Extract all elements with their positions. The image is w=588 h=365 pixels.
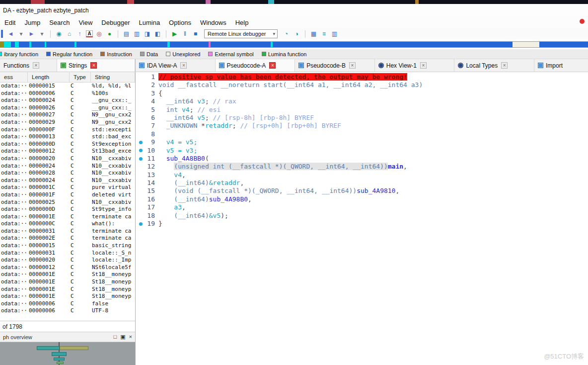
table-row[interactable]: odata:···00000025CN10__cxxabiv [0, 199, 135, 206]
start-process-icon[interactable]: ▶ [170, 30, 179, 38]
breakpoint-gutter[interactable] [136, 106, 146, 114]
column-header-string[interactable]: String [91, 72, 135, 82]
breakpoint-gutter[interactable] [136, 155, 146, 163]
table-row[interactable]: odata:···0000000DCSt9exception [0, 141, 135, 148]
table-row[interactable]: odata:···0000001ECSt18__moneyp [0, 271, 135, 278]
breakpoint-icon[interactable] [139, 157, 143, 161]
code-line[interactable]: 1// positive sp value has been detected,… [136, 73, 588, 81]
table-row[interactable]: odata:···0000000FCstd::excepti [0, 126, 135, 134]
tab-functions[interactable]: Functions× [0, 59, 57, 72]
code-line[interactable]: 16 (__int64)sub_4A98B0, [136, 195, 588, 203]
breakpoint-gutter[interactable] [136, 171, 146, 179]
jump-target-icon[interactable]: ◉ [55, 30, 63, 38]
open-windows-icon[interactable]: ▦ [309, 30, 318, 38]
table-row[interactable]: odata:···0000001ECSt18__moneyp [0, 278, 135, 286]
menu-lumina[interactable]: Lumina [134, 17, 164, 28]
breakpoint-gutter[interactable] [136, 73, 146, 81]
table-row[interactable]: odata:···00000024CN10__cxxabiv [0, 177, 135, 184]
table-row[interactable]: odata:···00000006C%100s [0, 90, 135, 97]
close-icon[interactable]: × [33, 62, 39, 69]
menu-debugger[interactable]: Debugger [97, 17, 134, 28]
lumina-icon[interactable]: ● [105, 30, 114, 38]
close-icon[interactable]: × [420, 62, 427, 69]
breakpoint-gutter[interactable] [136, 130, 146, 138]
column-header-length[interactable]: Length [28, 72, 70, 82]
debugger-select[interactable]: Remote Linux debugger ▾ [204, 29, 278, 38]
menu-view[interactable]: View [74, 17, 97, 28]
menu-edit[interactable]: Edit [0, 17, 20, 28]
code-line[interactable]: 6 __int64 v5; // [rsp-8h] [rbp-8h] BYREF [136, 114, 588, 122]
table-row[interactable]: odata:···00000015C%ld, %ld, %l [0, 83, 135, 90]
table-row[interactable]: odata:···0000001ECSt18__moneyp [0, 293, 135, 300]
maximize-icon[interactable]: □ [114, 334, 117, 340]
title-bar[interactable]: DA - ezbyte_patch ezbyte_patch [0, 4, 588, 16]
color-target-icon[interactable]: ◎ [95, 30, 103, 38]
breakpoint-gutter[interactable] [136, 203, 146, 211]
tab-pseudocode-a[interactable]: Pseudocode-A× [216, 59, 295, 72]
column-header-type[interactable]: Type [70, 72, 91, 82]
menu-help[interactable]: Help [231, 17, 253, 28]
breakpoint-icon[interactable] [139, 149, 143, 152]
breakpoint-gutter[interactable] [136, 138, 146, 146]
graph-overview-body[interactable] [0, 342, 135, 365]
code-line[interactable]: 14 (__int64)&retaddr, [136, 179, 588, 187]
tab-local-types[interactable]: Local Types× [454, 59, 534, 72]
menu-windows[interactable]: Windows [196, 17, 231, 28]
table-row[interactable]: odata:···00000015Cbasic_string [0, 242, 135, 250]
code-line[interactable]: 9 v4 = v5; [136, 138, 588, 146]
table-row[interactable]: odata:···00000024CN10__cxxabiv [0, 163, 135, 170]
close-icon[interactable]: × [129, 334, 132, 340]
table-row[interactable]: odata:···00000028CN10__cxxabiv [0, 170, 135, 177]
table-row[interactable]: odata:···00000012CNSt6locale5f [0, 264, 135, 272]
table-row[interactable]: odata:···0000001FCdeleted virt [0, 191, 135, 199]
breakpoint-gutter[interactable] [136, 147, 146, 155]
table-row[interactable]: odata:···0000001ECterminate ca [0, 213, 135, 221]
table-row[interactable]: odata:···00000006Cfalse [0, 300, 135, 308]
forward-history-caret-icon[interactable]: ▾ [38, 30, 46, 38]
breakpoint-icon[interactable] [139, 141, 143, 144]
table-row[interactable]: odata:···00000006CUTF-8 [0, 307, 135, 315]
table-row[interactable]: odata:···0000001ECSt18__moneyp [0, 286, 135, 293]
breakpoint-icon[interactable] [139, 222, 143, 226]
menu-search[interactable]: Search [45, 17, 74, 28]
close-icon[interactable]: × [90, 62, 97, 69]
strings-body[interactable]: odata:···00000015C%ld, %ld, %lodata:···0… [0, 83, 135, 315]
pause-process-icon[interactable]: ‖ [181, 30, 189, 38]
toolbar-drag-handle[interactable] [1, 30, 3, 38]
table-row[interactable]: odata:···00000020CN10__cxxabiv [0, 155, 135, 163]
close-icon[interactable]: × [180, 62, 187, 69]
close-icon[interactable]: × [269, 62, 276, 69]
tab-strings[interactable]: Strings× [57, 59, 135, 72]
forward-arrow-icon[interactable]: ► [27, 30, 36, 38]
code-line[interactable]: 5 int v4; // esi [136, 106, 588, 114]
stop-process-icon[interactable]: ■ [191, 30, 200, 38]
rename-icon[interactable]: A [86, 30, 93, 37]
home-icon[interactable]: ⌂ [65, 30, 74, 38]
code-line[interactable]: 13 v4, [136, 171, 588, 179]
table-row[interactable]: odata:···00000026C__gnu_cxx::_ [0, 104, 135, 112]
code-line[interactable]: 4 __int64 v3; // rax [136, 97, 588, 105]
menu-jump[interactable]: Jump [20, 17, 45, 28]
breakpoint-gutter[interactable] [136, 97, 146, 105]
table-row[interactable]: odata:···0000000CCwhat(): [0, 220, 135, 228]
pseudocode-panel[interactable]: 1// positive sp value has been detected,… [136, 72, 588, 365]
table-row[interactable]: odata:···0000001CCpure virtual [0, 184, 135, 191]
table-row[interactable]: odata:···00000024C__gnu_cxx::_ [0, 97, 135, 104]
tab-import[interactable]: Import [534, 59, 588, 72]
segments-icon[interactable]: ≡ [320, 30, 328, 38]
breakpoint-gutter[interactable] [136, 179, 146, 187]
code-line[interactable]: 7 _UNKNOWN *retaddr; // [rsp+0h] [rbp+0h… [136, 122, 588, 130]
breakpoint-gutter[interactable] [136, 212, 146, 220]
trace-icon[interactable]: ◑ [293, 30, 301, 38]
registers-icon[interactable]: ▥ [133, 30, 141, 38]
breakpoint-gutter[interactable] [136, 195, 146, 203]
jump-up-icon[interactable]: ↑ [75, 30, 84, 38]
tab-pseudocode-b[interactable]: Pseudocode-B× [295, 59, 375, 72]
code-line[interactable]: 3{ [136, 90, 588, 97]
debug-windows-icon[interactable]: ▤ [122, 30, 131, 38]
code-line[interactable]: 11 sub_4A8BB0( [136, 155, 588, 163]
table-row[interactable]: odata:···00000031Cterminate ca [0, 228, 135, 235]
breakpoint-gutter[interactable] [136, 81, 146, 89]
code-line[interactable]: 10 v5 = v3; [136, 147, 588, 155]
tab-ida-view-a[interactable]: IDA View-A× [136, 59, 216, 72]
